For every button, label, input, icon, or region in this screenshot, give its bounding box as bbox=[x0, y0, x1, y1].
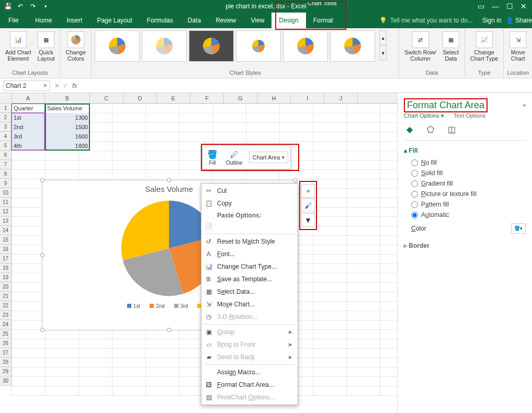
menu-save-template[interactable]: 🗎Save as Template... bbox=[201, 273, 298, 285]
style-thumb-6[interactable] bbox=[330, 30, 375, 62]
style-thumb-2[interactable] bbox=[142, 30, 187, 62]
row-header[interactable]: 23 bbox=[0, 311, 12, 320]
cell-a5[interactable]: 4th bbox=[12, 141, 45, 151]
save-icon[interactable]: 💾 bbox=[3, 2, 13, 11]
row-header[interactable]: 10 bbox=[0, 188, 12, 198]
style-thumb-5[interactable] bbox=[283, 30, 328, 62]
select-data-button[interactable]: ▦Select Data bbox=[440, 30, 461, 63]
qat-dropdown-icon[interactable]: ▾ bbox=[41, 2, 50, 11]
tab-text-options[interactable]: Text Options bbox=[454, 112, 485, 119]
opt-automatic[interactable]: Automatic bbox=[404, 210, 526, 220]
resize-handle[interactable] bbox=[167, 178, 171, 182]
row-header[interactable]: 2 bbox=[0, 113, 12, 122]
col-header[interactable]: E bbox=[157, 93, 190, 103]
row-header[interactable]: 6 bbox=[0, 151, 12, 160]
menu-select-data[interactable]: ▦Select Data... bbox=[201, 285, 298, 298]
worksheet[interactable]: A B C D E F G H I J 12345678910111213141… bbox=[0, 93, 397, 413]
menu-format-chart-area[interactable]: 🖼Format Chart Area... bbox=[201, 378, 298, 391]
row-header[interactable]: 21 bbox=[0, 292, 12, 301]
menu-move-chart[interactable]: ⇲Move Chart... bbox=[201, 298, 298, 311]
fx-icon[interactable]: fx bbox=[72, 82, 77, 89]
tab-chart-options[interactable]: Chart Options ▾ bbox=[404, 112, 444, 119]
row-header[interactable]: 7 bbox=[0, 160, 12, 169]
col-header[interactable]: B bbox=[45, 93, 90, 103]
cell-b4[interactable]: 1600 bbox=[45, 132, 90, 141]
col-header[interactable]: G bbox=[224, 93, 257, 103]
tell-me-box[interactable]: 💡Tell me what you want to do... bbox=[374, 17, 478, 24]
resize-handle[interactable] bbox=[40, 328, 44, 332]
resize-handle[interactable] bbox=[40, 253, 44, 257]
resize-handle[interactable] bbox=[40, 178, 44, 182]
opt-no-fill[interactable]: No fill bbox=[404, 157, 526, 168]
col-header[interactable]: I bbox=[291, 93, 324, 103]
add-chart-element-button[interactable]: 📊Add Chart Element bbox=[3, 30, 33, 63]
tab-view[interactable]: View bbox=[244, 13, 272, 28]
chevron-down-icon[interactable]: ▾ bbox=[523, 102, 526, 108]
row-header[interactable]: 24 bbox=[0, 320, 12, 329]
size-props-tab-icon[interactable]: ◫ bbox=[446, 123, 457, 135]
select-all-corner[interactable] bbox=[0, 93, 12, 103]
col-header[interactable]: H bbox=[257, 93, 291, 103]
style-thumb-4[interactable] bbox=[236, 30, 281, 62]
style-thumb-1[interactable] bbox=[95, 30, 140, 62]
chart-element-selector[interactable]: Chart Area▾ bbox=[249, 152, 289, 163]
row-header[interactable]: 29 bbox=[0, 367, 12, 376]
tab-data[interactable]: Data bbox=[180, 13, 208, 28]
row-header[interactable]: 12 bbox=[0, 207, 12, 216]
minimize-icon[interactable]: — bbox=[492, 2, 499, 10]
switch-row-column-button[interactable]: ⇄Switch Row/ Column bbox=[402, 30, 438, 63]
effects-tab-icon[interactable]: ⬠ bbox=[425, 123, 436, 135]
row-header[interactable]: 8 bbox=[0, 169, 12, 179]
tab-design[interactable]: Design bbox=[271, 13, 305, 28]
tab-file[interactable]: File bbox=[0, 13, 28, 28]
menu-reset-style[interactable]: ↺Reset to Match Style bbox=[201, 235, 298, 248]
row-header[interactable]: 9 bbox=[0, 179, 12, 188]
menu-assign-macro[interactable]: Assign Macro... bbox=[201, 366, 298, 378]
row-header[interactable]: 26 bbox=[0, 339, 12, 348]
row-header[interactable]: 3 bbox=[0, 122, 12, 132]
fill-section-header[interactable]: ▴ Fill bbox=[404, 147, 526, 154]
cell-a4[interactable]: 3rd bbox=[12, 132, 45, 141]
opt-pattern-fill[interactable]: Pattern fill bbox=[404, 199, 526, 210]
legend-item[interactable]: 3rd bbox=[174, 303, 188, 309]
row-header[interactable]: 28 bbox=[0, 358, 12, 367]
menu-copy[interactable]: 📋Copy bbox=[201, 197, 298, 210]
resize-handle[interactable] bbox=[167, 328, 171, 332]
row-header[interactable]: 4 bbox=[0, 132, 12, 141]
opt-solid-fill[interactable]: Solid fill bbox=[404, 168, 526, 178]
row-header[interactable]: 14 bbox=[0, 226, 12, 235]
cell-a1[interactable]: Quarter bbox=[12, 104, 45, 113]
row-header[interactable]: 22 bbox=[0, 301, 12, 311]
sign-in-link[interactable]: Sign in bbox=[482, 17, 502, 24]
redo-icon[interactable]: ↷ bbox=[28, 2, 38, 11]
cell-b2[interactable]: 1300 bbox=[45, 113, 90, 122]
menu-change-chart-type[interactable]: 📊Change Chart Type... bbox=[201, 260, 298, 273]
row-header[interactable]: 1 bbox=[0, 104, 12, 113]
row-header[interactable]: 20 bbox=[0, 282, 12, 292]
legend-item[interactable]: 2nd bbox=[150, 303, 165, 309]
chart-filters-button[interactable]: ▼ bbox=[301, 213, 315, 227]
gallery-scroll-down[interactable]: ▼ bbox=[379, 45, 387, 60]
color-picker[interactable]: 🪣▾ bbox=[511, 223, 526, 234]
row-header[interactable]: 11 bbox=[0, 198, 12, 207]
style-thumb-3[interactable] bbox=[189, 30, 234, 62]
cancel-icon[interactable]: ✕ bbox=[54, 82, 60, 89]
col-header[interactable]: D bbox=[123, 93, 157, 103]
undo-icon[interactable]: ↶ bbox=[16, 2, 25, 11]
opt-picture-fill[interactable]: Picture or texture fill bbox=[404, 189, 526, 199]
cell-a3[interactable]: 2nd bbox=[12, 122, 45, 132]
row-header[interactable]: 18 bbox=[0, 263, 12, 273]
formula-input[interactable] bbox=[81, 81, 529, 91]
quick-layout-button[interactable]: ▦Quick Layout bbox=[36, 30, 57, 63]
chevron-down-icon[interactable]: ▼ bbox=[43, 83, 48, 88]
cell-b3[interactable]: 1500 bbox=[45, 122, 90, 132]
row-header[interactable]: 19 bbox=[0, 273, 12, 282]
opt-gradient-fill[interactable]: Gradient fill bbox=[404, 178, 526, 189]
tab-insert[interactable]: Insert bbox=[59, 13, 89, 28]
tab-review[interactable]: Review bbox=[208, 13, 243, 28]
tab-home[interactable]: Home bbox=[28, 13, 59, 28]
change-colors-button[interactable]: Change Colors bbox=[64, 30, 88, 63]
legend-item[interactable]: 1st bbox=[127, 303, 140, 309]
col-header[interactable]: A bbox=[12, 93, 45, 103]
row-header[interactable]: 27 bbox=[0, 348, 12, 358]
